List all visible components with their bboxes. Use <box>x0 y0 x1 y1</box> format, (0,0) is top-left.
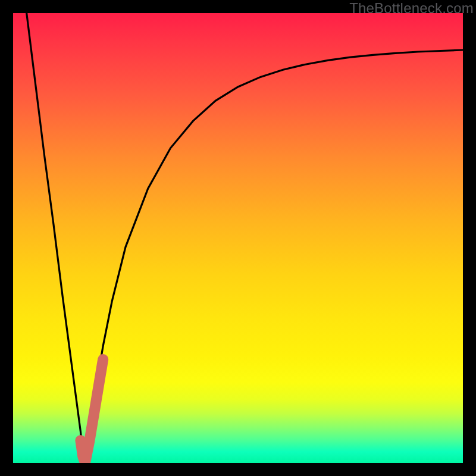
chart-frame: TheBottleneck.com <box>0 0 476 476</box>
watermark-text: TheBottleneck.com <box>349 0 474 17</box>
plot-area <box>13 13 463 463</box>
highlight-segment <box>80 359 103 463</box>
curves-layer <box>13 13 463 463</box>
